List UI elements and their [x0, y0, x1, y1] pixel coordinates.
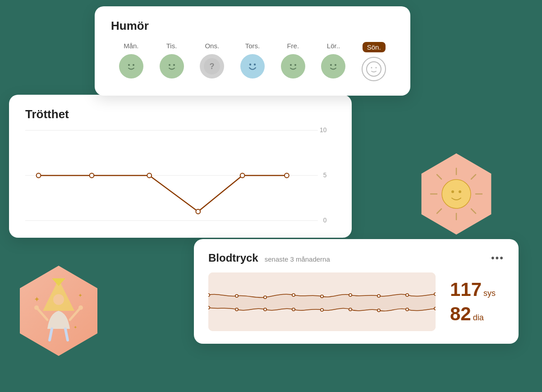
- svg-point-50: [434, 307, 436, 310]
- svg-point-28: [147, 173, 152, 178]
- humor-face-thu: [240, 54, 265, 78]
- svg-point-33: [208, 294, 210, 296]
- svg-point-29: [196, 209, 200, 214]
- svg-point-12: [290, 64, 292, 66]
- humor-day-fri[interactable]: Fre.: [273, 42, 313, 78]
- svg-line-57: [471, 175, 476, 179]
- svg-point-26: [37, 173, 41, 178]
- humor-day-label-mon: Mån.: [124, 42, 138, 50]
- svg-point-38: [349, 294, 352, 296]
- humor-day-sat[interactable]: Lör..: [313, 42, 354, 78]
- svg-point-44: [264, 308, 266, 311]
- svg-point-4: [169, 64, 170, 66]
- blodtryck-menu-button[interactable]: •••: [491, 252, 504, 264]
- svg-point-39: [377, 295, 380, 297]
- person-hexagon: ✦ ✦ ✦: [14, 266, 104, 356]
- svg-point-36: [292, 294, 295, 296]
- svg-point-5: [173, 64, 175, 66]
- svg-point-43: [235, 308, 238, 311]
- svg-point-49: [406, 308, 409, 311]
- svg-point-37: [321, 295, 323, 298]
- svg-text:?: ?: [210, 62, 215, 71]
- svg-point-3: [164, 58, 180, 74]
- bp-dia-label: dia: [473, 313, 484, 323]
- svg-point-2: [133, 64, 134, 66]
- humor-day-mon[interactable]: Mån.: [111, 42, 152, 78]
- humor-day-sun[interactable]: Sön.: [354, 42, 394, 81]
- bp-dia-value: 82: [450, 304, 471, 323]
- blodtryck-title: Blodtryck: [208, 252, 258, 264]
- svg-point-42: [208, 306, 210, 309]
- sun-hexagon-decoration: [416, 153, 497, 235]
- humor-day-label-fri: Fre.: [287, 42, 299, 50]
- svg-point-19: [376, 67, 377, 69]
- sun-icon: [427, 165, 486, 223]
- svg-point-31: [285, 173, 289, 178]
- svg-point-15: [330, 64, 332, 66]
- svg-line-55: [437, 175, 441, 179]
- blodtryck-stats: 117 sys 82 dia: [450, 280, 504, 323]
- humor-face-tue: [160, 54, 184, 78]
- bp-sys-value: 117: [450, 280, 482, 299]
- svg-line-56: [471, 209, 476, 213]
- svg-point-48: [377, 309, 380, 312]
- outline-face-icon: [366, 61, 382, 77]
- svg-point-62: [53, 294, 64, 305]
- svg-point-14: [325, 58, 341, 74]
- blodtryck-chart-svg: [208, 272, 436, 331]
- svg-point-8: [244, 58, 261, 74]
- svg-text:0: 0: [323, 217, 327, 224]
- blodtryck-header: Blodtryck senaste 3 månaderna •••: [208, 252, 504, 264]
- svg-point-11: [285, 58, 301, 74]
- humor-face-fri: [281, 54, 305, 78]
- humor-day-tue[interactable]: Tis.: [152, 42, 192, 78]
- svg-point-45: [292, 308, 295, 311]
- happy-face-icon-2: [164, 58, 180, 74]
- svg-point-17: [367, 62, 381, 76]
- svg-point-9: [249, 64, 251, 65]
- bp-sys-row: 117 sys: [450, 280, 504, 299]
- blodtryck-chart: [208, 272, 436, 331]
- blodtryck-subtitle: senaste 3 månaderna: [265, 255, 330, 263]
- svg-point-47: [349, 308, 352, 311]
- svg-point-65: [34, 305, 39, 310]
- svg-point-40: [406, 294, 409, 296]
- svg-point-46: [321, 309, 323, 311]
- svg-point-18: [371, 67, 372, 69]
- trotthet-chart-svg: 10 5 0: [25, 126, 335, 225]
- svg-point-41: [434, 293, 436, 295]
- bp-sys-label: sys: [483, 289, 496, 298]
- humor-days-row: Mån. Tis.: [111, 42, 394, 81]
- blodtryck-card: Blodtryck senaste 3 månaderna •••: [194, 239, 519, 344]
- question-face-icon: ?: [204, 58, 220, 74]
- svg-text:✦: ✦: [34, 295, 40, 303]
- bp-dia-row: 82 dia: [450, 304, 504, 323]
- svg-point-13: [294, 64, 296, 66]
- svg-point-34: [235, 295, 238, 297]
- humor-day-label-thu: Tors.: [245, 42, 260, 50]
- humor-face-sun: [362, 57, 386, 81]
- humor-card: Humör Mån. Tis.: [95, 6, 410, 96]
- humor-face-sat: [321, 54, 345, 78]
- svg-point-61: [459, 190, 461, 193]
- humor-day-wed[interactable]: Ons. ?: [192, 42, 232, 78]
- blodtryck-content: 117 sys 82 dia: [208, 272, 504, 331]
- humor-title: Humör: [111, 19, 394, 33]
- happy-blue-face-icon: [244, 58, 261, 74]
- svg-point-60: [451, 190, 454, 193]
- happy-face-icon-3: [285, 58, 301, 74]
- svg-point-66: [78, 305, 83, 310]
- trotthet-title: Trötthet: [25, 107, 335, 121]
- svg-point-27: [90, 173, 94, 178]
- humor-day-label-wed: Ons.: [205, 42, 219, 50]
- svg-text:✦: ✦: [73, 325, 77, 330]
- svg-point-16: [335, 64, 336, 66]
- sun-hexagon: [416, 153, 497, 235]
- humor-day-thu[interactable]: Tors.: [232, 42, 273, 78]
- svg-point-0: [123, 58, 139, 74]
- happy-face-icon: [123, 58, 139, 74]
- svg-text:5: 5: [323, 171, 327, 179]
- humor-day-label-tue: Tis.: [166, 42, 177, 50]
- svg-point-1: [128, 64, 130, 66]
- svg-point-10: [254, 64, 256, 65]
